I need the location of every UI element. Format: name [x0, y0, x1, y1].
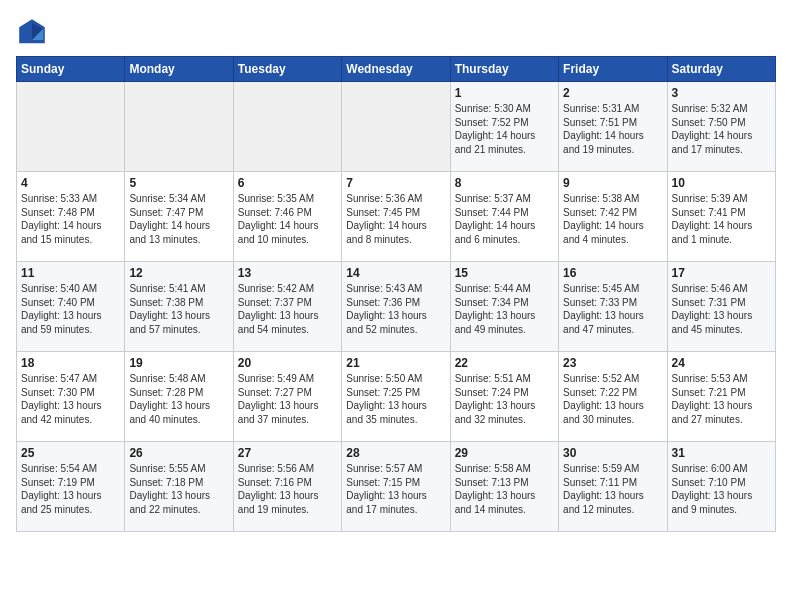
logo-icon — [16, 16, 48, 48]
cell-content: Sunrise: 5:57 AM Sunset: 7:15 PM Dayligh… — [346, 462, 445, 516]
calendar-cell: 20Sunrise: 5:49 AM Sunset: 7:27 PM Dayli… — [233, 352, 341, 442]
cell-content: Sunrise: 5:55 AM Sunset: 7:18 PM Dayligh… — [129, 462, 228, 516]
day-number: 26 — [129, 446, 228, 460]
calendar-cell: 28Sunrise: 5:57 AM Sunset: 7:15 PM Dayli… — [342, 442, 450, 532]
day-number: 2 — [563, 86, 662, 100]
day-number: 23 — [563, 356, 662, 370]
day-header-tuesday: Tuesday — [233, 57, 341, 82]
cell-content: Sunrise: 5:32 AM Sunset: 7:50 PM Dayligh… — [672, 102, 771, 156]
calendar-cell: 27Sunrise: 5:56 AM Sunset: 7:16 PM Dayli… — [233, 442, 341, 532]
calendar-cell: 4Sunrise: 5:33 AM Sunset: 7:48 PM Daylig… — [17, 172, 125, 262]
day-number: 6 — [238, 176, 337, 190]
calendar-cell: 16Sunrise: 5:45 AM Sunset: 7:33 PM Dayli… — [559, 262, 667, 352]
cell-content: Sunrise: 5:53 AM Sunset: 7:21 PM Dayligh… — [672, 372, 771, 426]
day-header-friday: Friday — [559, 57, 667, 82]
cell-content: Sunrise: 5:44 AM Sunset: 7:34 PM Dayligh… — [455, 282, 554, 336]
cell-content: Sunrise: 5:33 AM Sunset: 7:48 PM Dayligh… — [21, 192, 120, 246]
day-number: 14 — [346, 266, 445, 280]
cell-content: Sunrise: 5:49 AM Sunset: 7:27 PM Dayligh… — [238, 372, 337, 426]
calendar-cell: 21Sunrise: 5:50 AM Sunset: 7:25 PM Dayli… — [342, 352, 450, 442]
calendar-cell: 12Sunrise: 5:41 AM Sunset: 7:38 PM Dayli… — [125, 262, 233, 352]
calendar-cell — [342, 82, 450, 172]
cell-content: Sunrise: 5:45 AM Sunset: 7:33 PM Dayligh… — [563, 282, 662, 336]
day-number: 31 — [672, 446, 771, 460]
cell-content: Sunrise: 5:56 AM Sunset: 7:16 PM Dayligh… — [238, 462, 337, 516]
cell-content: Sunrise: 5:50 AM Sunset: 7:25 PM Dayligh… — [346, 372, 445, 426]
cell-content: Sunrise: 5:35 AM Sunset: 7:46 PM Dayligh… — [238, 192, 337, 246]
day-number: 8 — [455, 176, 554, 190]
cell-content: Sunrise: 5:59 AM Sunset: 7:11 PM Dayligh… — [563, 462, 662, 516]
cell-content: Sunrise: 5:34 AM Sunset: 7:47 PM Dayligh… — [129, 192, 228, 246]
cell-content: Sunrise: 5:40 AM Sunset: 7:40 PM Dayligh… — [21, 282, 120, 336]
cell-content: Sunrise: 5:54 AM Sunset: 7:19 PM Dayligh… — [21, 462, 120, 516]
week-row-2: 4Sunrise: 5:33 AM Sunset: 7:48 PM Daylig… — [17, 172, 776, 262]
day-number: 15 — [455, 266, 554, 280]
calendar-cell: 14Sunrise: 5:43 AM Sunset: 7:36 PM Dayli… — [342, 262, 450, 352]
calendar-cell: 15Sunrise: 5:44 AM Sunset: 7:34 PM Dayli… — [450, 262, 558, 352]
calendar-cell: 10Sunrise: 5:39 AM Sunset: 7:41 PM Dayli… — [667, 172, 775, 262]
calendar-cell: 30Sunrise: 5:59 AM Sunset: 7:11 PM Dayli… — [559, 442, 667, 532]
cell-content: Sunrise: 5:41 AM Sunset: 7:38 PM Dayligh… — [129, 282, 228, 336]
cell-content: Sunrise: 5:42 AM Sunset: 7:37 PM Dayligh… — [238, 282, 337, 336]
day-number: 28 — [346, 446, 445, 460]
cell-content: Sunrise: 5:31 AM Sunset: 7:51 PM Dayligh… — [563, 102, 662, 156]
day-number: 18 — [21, 356, 120, 370]
calendar-cell — [17, 82, 125, 172]
page-header — [16, 16, 776, 48]
day-number: 30 — [563, 446, 662, 460]
calendar-cell — [125, 82, 233, 172]
cell-content: Sunrise: 5:46 AM Sunset: 7:31 PM Dayligh… — [672, 282, 771, 336]
day-number: 5 — [129, 176, 228, 190]
cell-content: Sunrise: 5:51 AM Sunset: 7:24 PM Dayligh… — [455, 372, 554, 426]
calendar-cell: 8Sunrise: 5:37 AM Sunset: 7:44 PM Daylig… — [450, 172, 558, 262]
cell-content: Sunrise: 5:39 AM Sunset: 7:41 PM Dayligh… — [672, 192, 771, 246]
calendar-cell — [233, 82, 341, 172]
day-number: 9 — [563, 176, 662, 190]
calendar-cell: 3Sunrise: 5:32 AM Sunset: 7:50 PM Daylig… — [667, 82, 775, 172]
calendar-cell: 6Sunrise: 5:35 AM Sunset: 7:46 PM Daylig… — [233, 172, 341, 262]
day-header-saturday: Saturday — [667, 57, 775, 82]
calendar-cell: 23Sunrise: 5:52 AM Sunset: 7:22 PM Dayli… — [559, 352, 667, 442]
cell-content: Sunrise: 5:30 AM Sunset: 7:52 PM Dayligh… — [455, 102, 554, 156]
cell-content: Sunrise: 5:43 AM Sunset: 7:36 PM Dayligh… — [346, 282, 445, 336]
day-header-monday: Monday — [125, 57, 233, 82]
day-number: 17 — [672, 266, 771, 280]
cell-content: Sunrise: 6:00 AM Sunset: 7:10 PM Dayligh… — [672, 462, 771, 516]
day-number: 19 — [129, 356, 228, 370]
day-number: 4 — [21, 176, 120, 190]
day-number: 7 — [346, 176, 445, 190]
day-number: 11 — [21, 266, 120, 280]
calendar-cell: 25Sunrise: 5:54 AM Sunset: 7:19 PM Dayli… — [17, 442, 125, 532]
logo — [16, 16, 52, 48]
calendar-cell: 5Sunrise: 5:34 AM Sunset: 7:47 PM Daylig… — [125, 172, 233, 262]
calendar-cell: 22Sunrise: 5:51 AM Sunset: 7:24 PM Dayli… — [450, 352, 558, 442]
week-row-5: 25Sunrise: 5:54 AM Sunset: 7:19 PM Dayli… — [17, 442, 776, 532]
calendar-cell: 18Sunrise: 5:47 AM Sunset: 7:30 PM Dayli… — [17, 352, 125, 442]
day-number: 24 — [672, 356, 771, 370]
day-number: 13 — [238, 266, 337, 280]
week-row-1: 1Sunrise: 5:30 AM Sunset: 7:52 PM Daylig… — [17, 82, 776, 172]
day-number: 1 — [455, 86, 554, 100]
header-row: SundayMondayTuesdayWednesdayThursdayFrid… — [17, 57, 776, 82]
day-header-wednesday: Wednesday — [342, 57, 450, 82]
week-row-4: 18Sunrise: 5:47 AM Sunset: 7:30 PM Dayli… — [17, 352, 776, 442]
calendar-cell: 11Sunrise: 5:40 AM Sunset: 7:40 PM Dayli… — [17, 262, 125, 352]
calendar-cell: 29Sunrise: 5:58 AM Sunset: 7:13 PM Dayli… — [450, 442, 558, 532]
cell-content: Sunrise: 5:48 AM Sunset: 7:28 PM Dayligh… — [129, 372, 228, 426]
calendar-cell: 9Sunrise: 5:38 AM Sunset: 7:42 PM Daylig… — [559, 172, 667, 262]
day-number: 25 — [21, 446, 120, 460]
day-number: 3 — [672, 86, 771, 100]
cell-content: Sunrise: 5:36 AM Sunset: 7:45 PM Dayligh… — [346, 192, 445, 246]
cell-content: Sunrise: 5:38 AM Sunset: 7:42 PM Dayligh… — [563, 192, 662, 246]
calendar-cell: 19Sunrise: 5:48 AM Sunset: 7:28 PM Dayli… — [125, 352, 233, 442]
day-number: 22 — [455, 356, 554, 370]
cell-content: Sunrise: 5:37 AM Sunset: 7:44 PM Dayligh… — [455, 192, 554, 246]
calendar-cell: 31Sunrise: 6:00 AM Sunset: 7:10 PM Dayli… — [667, 442, 775, 532]
day-header-sunday: Sunday — [17, 57, 125, 82]
calendar-cell: 17Sunrise: 5:46 AM Sunset: 7:31 PM Dayli… — [667, 262, 775, 352]
day-header-thursday: Thursday — [450, 57, 558, 82]
day-number: 21 — [346, 356, 445, 370]
calendar-cell: 26Sunrise: 5:55 AM Sunset: 7:18 PM Dayli… — [125, 442, 233, 532]
calendar-cell: 7Sunrise: 5:36 AM Sunset: 7:45 PM Daylig… — [342, 172, 450, 262]
day-number: 10 — [672, 176, 771, 190]
